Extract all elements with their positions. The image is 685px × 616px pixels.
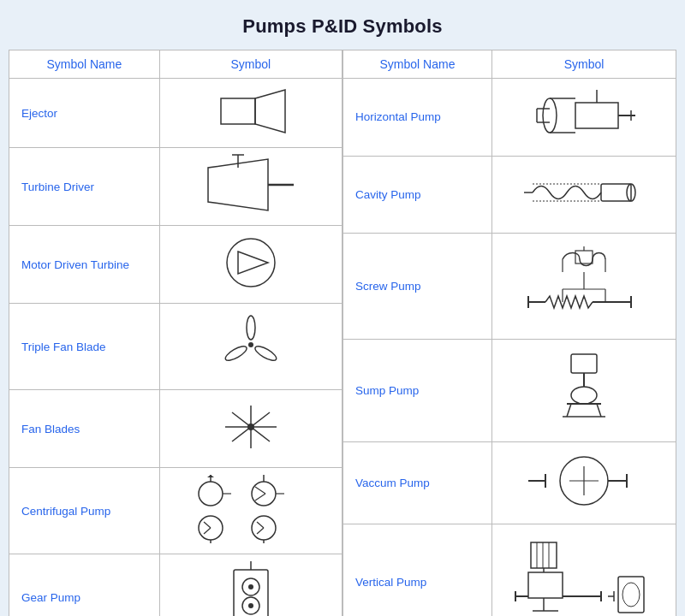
svg-point-8 bbox=[247, 316, 255, 340]
table-row: Triple Fan Blade bbox=[9, 304, 342, 390]
table-row: Sump Pump bbox=[343, 340, 676, 441]
row-name: Turbine Driver bbox=[9, 148, 160, 226]
right-col-symbol: Symbol bbox=[491, 50, 676, 79]
svg-point-21 bbox=[252, 482, 276, 506]
row-symbol bbox=[159, 226, 342, 304]
row-symbol bbox=[159, 79, 342, 148]
table-row: Motor Driven Turbine bbox=[9, 226, 342, 304]
row-name: Vertical Pump bbox=[343, 524, 492, 616]
svg-marker-19 bbox=[207, 475, 214, 477]
svg-line-32 bbox=[257, 528, 264, 534]
row-name: Cavity Pump bbox=[343, 156, 492, 233]
row-name: Vaccum Pump bbox=[343, 441, 492, 524]
svg-rect-47 bbox=[575, 103, 618, 128]
left-col-symbol: Symbol bbox=[159, 50, 342, 79]
row-name: Ejector bbox=[9, 79, 160, 148]
row-symbol bbox=[159, 304, 342, 390]
row-symbol bbox=[491, 340, 676, 441]
svg-point-16 bbox=[247, 424, 254, 430]
row-name: Motor Driven Turbine bbox=[9, 226, 160, 304]
table-row: Vaccum Pump bbox=[343, 441, 676, 524]
table-row: Horizontal Pump bbox=[343, 79, 676, 157]
right-col-name: Symbol Name bbox=[343, 50, 492, 79]
svg-point-11 bbox=[248, 342, 253, 347]
right-table: Symbol Name Symbol Horizontal Pump bbox=[342, 50, 676, 616]
row-symbol bbox=[491, 156, 676, 233]
svg-line-31 bbox=[257, 522, 264, 528]
table-row: Gear Pump bbox=[9, 554, 342, 617]
row-symbol bbox=[491, 441, 676, 524]
svg-point-38 bbox=[248, 603, 253, 608]
svg-line-23 bbox=[255, 494, 265, 500]
svg-marker-1 bbox=[255, 90, 285, 133]
svg-line-27 bbox=[204, 522, 211, 528]
row-symbol bbox=[159, 554, 342, 617]
table-row: Turbine Driver bbox=[9, 148, 342, 226]
row-name: Screw Pump bbox=[343, 233, 492, 340]
row-symbol bbox=[491, 233, 676, 340]
row-symbol bbox=[159, 468, 342, 554]
row-name: Sump Pump bbox=[343, 340, 492, 441]
svg-point-10 bbox=[223, 344, 248, 364]
table-row: Ejector bbox=[9, 79, 342, 148]
svg-rect-68 bbox=[571, 354, 597, 373]
svg-rect-0 bbox=[221, 98, 255, 124]
table-row: Screw Pump bbox=[343, 233, 676, 340]
svg-point-41 bbox=[543, 98, 557, 133]
svg-rect-86 bbox=[528, 572, 563, 598]
svg-line-73 bbox=[597, 404, 601, 417]
row-symbol bbox=[491, 524, 676, 616]
svg-point-70 bbox=[571, 387, 597, 404]
row-name: Fan Blades bbox=[9, 390, 160, 468]
row-name: Horizontal Pump bbox=[343, 79, 492, 157]
row-symbol bbox=[159, 148, 342, 226]
svg-line-28 bbox=[204, 528, 211, 534]
svg-point-36 bbox=[248, 584, 253, 589]
row-symbol bbox=[159, 390, 342, 468]
svg-point-17 bbox=[199, 482, 223, 506]
svg-point-9 bbox=[253, 344, 278, 364]
tables-wrapper: Symbol Name Symbol Ejector Turbine Drive… bbox=[9, 50, 676, 616]
row-name: Triple Fan Blade bbox=[9, 304, 160, 390]
row-name: Gear Pump bbox=[9, 554, 160, 617]
left-col-name: Symbol Name bbox=[9, 50, 160, 79]
row-symbol bbox=[491, 79, 676, 157]
table-row: Cavity Pump bbox=[343, 156, 676, 233]
svg-line-22 bbox=[255, 487, 265, 494]
table-row: Vertical Pump bbox=[343, 524, 676, 616]
row-name: Centrifugal Pump bbox=[9, 468, 160, 554]
svg-point-94 bbox=[622, 583, 640, 607]
svg-line-72 bbox=[567, 404, 571, 417]
svg-rect-34 bbox=[234, 570, 268, 616]
svg-rect-82 bbox=[531, 542, 557, 568]
svg-rect-58 bbox=[575, 251, 593, 264]
svg-marker-7 bbox=[238, 252, 268, 274]
page-title: Pumps P&ID Symbols bbox=[242, 15, 442, 38]
table-row: Fan Blades bbox=[9, 390, 342, 468]
table-row: Centrifugal Pump bbox=[9, 468, 342, 554]
left-table: Symbol Name Symbol Ejector Turbine Drive… bbox=[9, 50, 342, 616]
